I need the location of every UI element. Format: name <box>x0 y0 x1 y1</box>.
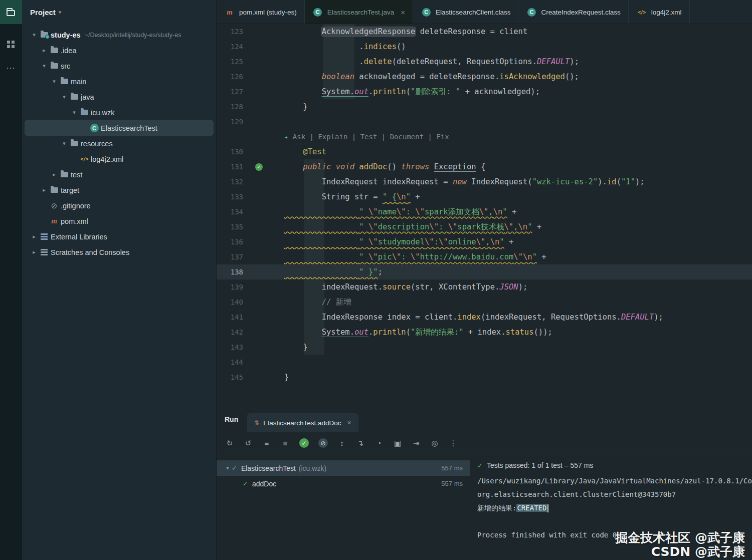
tree-item-elasticsearchtest[interactable]: CElasticsearchTest <box>25 120 214 136</box>
code-line[interactable]: 145} <box>217 370 752 385</box>
code-line[interactable]: 133 String str = " {\n" + <box>217 189 752 204</box>
tree-item-resources[interactable]: ▾resources <box>25 136 214 151</box>
code-line[interactable]: 131✓ public void addDoc() throws Excepti… <box>217 159 752 174</box>
editor-tab[interactable]: CElasticsearchClient.class <box>413 0 518 24</box>
chevron-down-icon[interactable]: ▾ <box>60 94 69 100</box>
editor-tab[interactable]: mpom.xml (study-es) <box>217 0 305 24</box>
show-ignored-icon[interactable]: ⊘ <box>318 438 328 448</box>
ai-hint-actions[interactable]: Ask | Explain | Test | Document | Fix <box>293 133 449 141</box>
chevron-right-icon[interactable]: ▸ <box>30 233 39 240</box>
code-token: , <box>513 222 518 231</box>
chevron-down-icon[interactable]: ▾ <box>30 32 39 38</box>
code-line[interactable]: 129 <box>217 114 752 129</box>
tree-item-src[interactable]: ▾src <box>25 58 214 74</box>
run-tab[interactable]: ⇅ ElasticsearchTest.addDoc × <box>247 413 358 432</box>
tree-item-java[interactable]: ▾java <box>25 89 214 105</box>
editor-tab-label: log4j2.xml <box>651 9 682 16</box>
tree-item-main[interactable]: ▾main <box>25 74 214 89</box>
expand-collapse-icon[interactable]: ↴ <box>354 437 366 449</box>
ai-hint-line[interactable]: ✦Ask | Explain | Test | Document | Fix <box>217 129 752 144</box>
tree-item-study-es[interactable]: ▾study-es~/Desktop/intellij/study-es/stu… <box>25 27 214 43</box>
code-line[interactable]: 124 .indices() <box>217 39 752 54</box>
show-duration-icon[interactable]: ◔ <box>373 437 385 449</box>
test-options-icon[interactable]: ≡ <box>261 437 273 449</box>
more-tools-button[interactable]: ⋯ <box>0 56 22 80</box>
line-number: 138 <box>217 268 243 276</box>
rerun-failed-icon[interactable]: ↺ <box>242 437 254 449</box>
show-passed-icon[interactable]: ✓ <box>299 438 309 448</box>
code-token: pic <box>378 252 392 261</box>
import-tests-icon[interactable]: ⇥ <box>410 437 422 449</box>
test-suite-row[interactable]: ▾ ✓ ElasticsearchTest (icu.wzk) 557 ms <box>217 460 470 476</box>
line-number: 132 <box>217 178 243 186</box>
ide-window: ⋯ Project ▾ ▾study-es~/Desktop/intellij/… <box>0 0 752 560</box>
chevron-right-icon[interactable]: ▸ <box>50 171 59 178</box>
code-token: addDoc <box>359 162 387 171</box>
tree-item-log4j2-xml[interactable]: </>log4j2.xml <box>25 151 214 167</box>
test-passed-gutter-icon[interactable]: ✓ <box>255 163 263 171</box>
code-token: description <box>378 222 430 231</box>
code-line[interactable]: 135 " \"description\": \"spark技术栈\",\n" … <box>217 219 752 234</box>
tree-item-test[interactable]: ▸test <box>25 167 214 182</box>
code-line[interactable]: 143 } <box>217 340 752 355</box>
help-icon[interactable]: ◎ <box>429 437 441 449</box>
tree-item-pom-xml[interactable]: mpom.xml <box>25 213 214 229</box>
tree-item--gitignore[interactable]: ⊘.gitignore <box>25 198 214 213</box>
close-icon[interactable]: × <box>401 8 405 17</box>
editor-tab[interactable]: </>log4j2.xml <box>629 0 690 24</box>
code-line[interactable]: 139 indexRequest.source(str, XContentTyp… <box>217 279 752 295</box>
close-icon[interactable]: × <box>347 419 351 427</box>
code-line[interactable]: 126 boolean acknowledged = deleteRespons… <box>217 69 752 84</box>
tree-item-icu-wzk[interactable]: ▾icu.wzk <box>25 105 214 120</box>
editor-tab[interactable]: CElasticsearchTest.java× <box>305 0 413 24</box>
code-token: " <box>406 192 411 201</box>
gutter[interactable]: ✓ <box>243 163 284 171</box>
code-token: index <box>457 313 481 322</box>
more-icon[interactable]: ⋮ <box>447 437 459 449</box>
run-panel-title[interactable]: Run <box>225 415 238 423</box>
stop-icon[interactable]: ■ <box>279 437 291 449</box>
tree-item--idea[interactable]: ▸.idea <box>25 43 214 58</box>
project-folder-icon <box>39 32 50 38</box>
code-line[interactable]: 134 " \"name\": \"spark添加文档\",\n" + <box>217 204 752 219</box>
code-line[interactable]: 123 AcknowledgedResponse deleteResponse … <box>217 24 752 39</box>
code-line[interactable]: 138 " }"; <box>217 264 752 279</box>
chevron-down-icon[interactable]: ▾ <box>40 63 49 69</box>
code-line[interactable]: 128 } <box>217 99 752 114</box>
editor[interactable]: 123 AcknowledgedResponse deleteResponse … <box>217 24 752 406</box>
code-line[interactable]: 140 // 新增 <box>217 295 752 310</box>
class-icon: C <box>526 8 537 17</box>
project-tool-button[interactable] <box>0 0 22 24</box>
chevron-right-icon[interactable]: ▸ <box>40 187 49 193</box>
code-line[interactable]: 136 " \"studymodel\":\"online\",\n" + <box>217 234 752 249</box>
chevron-right-icon[interactable]: ▸ <box>30 249 39 255</box>
tree-item-target[interactable]: ▸target <box>25 182 214 198</box>
code-line[interactable]: 142 System.out.println("新增的结果:" + index.… <box>217 325 752 340</box>
code-line[interactable]: 137 " \"pic\": \"http://www.baidu.com\"\… <box>217 249 752 264</box>
chevron-right-icon[interactable]: ▸ <box>40 47 49 54</box>
tree-item-label: main <box>71 78 86 86</box>
sort-alphabetically-icon[interactable]: ↕ <box>336 437 348 449</box>
rerun-icon[interactable]: ↻ <box>224 437 236 449</box>
ignored-file-icon: ⊘ <box>49 201 60 210</box>
code-token: DEFAULT <box>537 57 570 66</box>
chevron-down-icon[interactable]: ▾ <box>70 109 79 116</box>
project-panel-header[interactable]: Project ▾ <box>22 0 216 24</box>
code-line[interactable]: 141 IndexResponse index = client.index(i… <box>217 310 752 325</box>
snapshot-icon[interactable]: ▣ <box>392 437 404 449</box>
tree-item-scratches-and-consoles[interactable]: ▸Scratches and Consoles <box>25 244 214 260</box>
tree-item-external-libraries[interactable]: ▸External Libraries <box>25 229 214 244</box>
tree-item-label: test <box>71 171 82 179</box>
code-line[interactable]: 132 IndexRequest indexRequest = new Inde… <box>217 174 752 189</box>
structure-tool-button[interactable] <box>0 32 22 56</box>
code-line[interactable]: 130 @Test <box>217 144 752 159</box>
code-line[interactable]: 127 System.out.println("删除索引: " + acknow… <box>217 84 752 99</box>
code-line[interactable]: 144 <box>217 355 752 370</box>
chevron-down-icon[interactable]: ▾ <box>60 140 69 147</box>
chevron-down-icon[interactable]: ▾ <box>50 78 59 85</box>
editor-tab[interactable]: CCreateIndexRequest.class <box>518 0 628 24</box>
code-token <box>284 72 322 81</box>
code-text: System.out.println("新增的结果:" + index.stat… <box>284 327 552 338</box>
code-line[interactable]: 125 .delete(deleteRequest, RequestOption… <box>217 54 752 69</box>
test-method-row[interactable]: ✓ addDoc 557 ms <box>217 476 470 491</box>
